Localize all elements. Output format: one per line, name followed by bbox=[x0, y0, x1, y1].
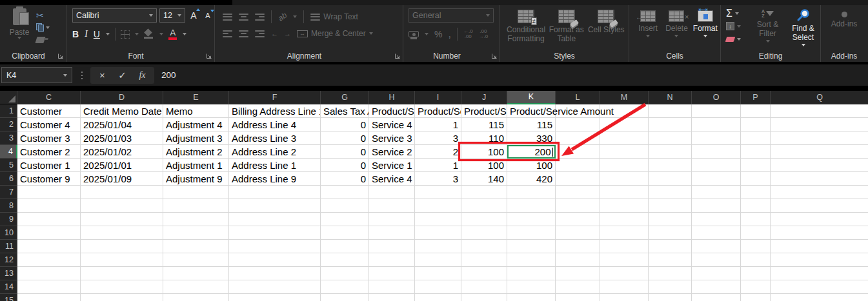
increase-font-size-button[interactable]: A bbox=[188, 10, 199, 21]
cell-F11[interactable] bbox=[229, 240, 321, 253]
cell-N14[interactable] bbox=[649, 280, 692, 294]
cell-O15[interactable] bbox=[692, 294, 741, 301]
cell-I3[interactable]: 3 bbox=[415, 131, 461, 145]
cell-F1[interactable]: Billing Address Line 1 bbox=[229, 104, 321, 118]
cell-F15[interactable] bbox=[229, 294, 321, 301]
cell-N12[interactable] bbox=[649, 253, 692, 267]
cell-D6[interactable]: 2025/01/09 bbox=[81, 172, 163, 186]
cell-O13[interactable] bbox=[692, 267, 741, 280]
cell-O1[interactable] bbox=[692, 104, 741, 118]
cell-J1[interactable]: Product/Se bbox=[461, 104, 507, 118]
cell-D15[interactable] bbox=[81, 294, 163, 301]
cell-M14[interactable] bbox=[600, 280, 649, 294]
cell-K6[interactable]: 420 bbox=[507, 172, 556, 186]
cell-C5[interactable]: Customer 1 bbox=[17, 159, 81, 172]
decrease-decimal-button[interactable]: .00 →.0 bbox=[479, 29, 489, 39]
number-format-select[interactable]: General bbox=[409, 8, 494, 23]
cell-M6[interactable] bbox=[600, 172, 649, 186]
cell-N1[interactable] bbox=[649, 104, 692, 118]
column-header-I[interactable]: I bbox=[415, 91, 461, 104]
cell-G6[interactable]: 0 bbox=[321, 172, 369, 186]
cell-F7[interactable] bbox=[229, 186, 321, 199]
cell-J6[interactable]: 140 bbox=[461, 172, 507, 186]
cell-G1[interactable]: Sales Tax A bbox=[321, 104, 369, 118]
cell-L12[interactable] bbox=[556, 253, 600, 267]
column-header-J[interactable]: J bbox=[461, 91, 507, 104]
cell-E8[interactable] bbox=[163, 199, 229, 213]
name-box[interactable]: K4 bbox=[1, 67, 72, 83]
column-header-D[interactable]: D bbox=[81, 91, 163, 104]
cell-Q12[interactable] bbox=[771, 253, 868, 267]
cell-M12[interactable] bbox=[600, 253, 649, 267]
cell-O2[interactable] bbox=[692, 118, 741, 131]
cell-Q11[interactable] bbox=[771, 240, 868, 253]
cell-M5[interactable] bbox=[600, 159, 649, 172]
cell-Q6[interactable] bbox=[771, 172, 868, 186]
cell-D4[interactable]: 2025/01/02 bbox=[81, 145, 163, 159]
align-middle-button[interactable] bbox=[239, 14, 248, 21]
cell-H7[interactable] bbox=[369, 186, 415, 199]
cell-P9[interactable] bbox=[741, 213, 771, 226]
chevron-down-icon[interactable] bbox=[183, 33, 187, 35]
comma-style-button[interactable]: , bbox=[448, 32, 450, 37]
cell-H4[interactable]: Service 2 bbox=[369, 145, 415, 159]
enter-button[interactable]: ✓ bbox=[112, 67, 132, 84]
cell-K9[interactable] bbox=[507, 213, 556, 226]
cell-J8[interactable] bbox=[461, 199, 507, 213]
cell-N3[interactable] bbox=[649, 131, 692, 145]
cell-G10[interactable] bbox=[321, 226, 369, 240]
cell-N6[interactable] bbox=[649, 172, 692, 186]
cell-D1[interactable]: Credit Memo Date bbox=[81, 104, 163, 118]
font-color-button[interactable]: A bbox=[168, 29, 177, 40]
column-header-G[interactable]: G bbox=[321, 91, 369, 104]
cell-I9[interactable] bbox=[415, 213, 461, 226]
cell-E9[interactable] bbox=[163, 213, 229, 226]
alignment-dialog-launcher-icon[interactable] bbox=[394, 53, 401, 59]
cell-K5[interactable]: 100 bbox=[507, 159, 556, 172]
cell-L8[interactable] bbox=[556, 199, 600, 213]
cell-O8[interactable] bbox=[692, 199, 741, 213]
cell-C10[interactable] bbox=[17, 226, 81, 240]
cell-J11[interactable] bbox=[461, 240, 507, 253]
formula-input[interactable]: 200 bbox=[154, 67, 868, 84]
cell-C1[interactable]: Customer bbox=[17, 104, 81, 118]
column-header-C[interactable]: C bbox=[17, 91, 81, 104]
cell-F4[interactable]: Address Line 2 bbox=[229, 145, 321, 159]
cell-N9[interactable] bbox=[649, 213, 692, 226]
cell-F8[interactable] bbox=[229, 199, 321, 213]
insert-function-button[interactable]: fx bbox=[132, 67, 152, 84]
cell-K14[interactable] bbox=[507, 280, 556, 294]
cell-M3[interactable] bbox=[600, 131, 649, 145]
cell-E4[interactable]: Adjustment 2 bbox=[163, 145, 229, 159]
cell-O3[interactable] bbox=[692, 131, 741, 145]
cell-I4[interactable]: 2 bbox=[415, 145, 461, 159]
cell-F12[interactable] bbox=[229, 253, 321, 267]
cell-D2[interactable]: 2025/01/04 bbox=[81, 118, 163, 131]
cell-L4[interactable] bbox=[556, 145, 600, 159]
cell-P5[interactable] bbox=[741, 159, 771, 172]
cell-G5[interactable]: 0 bbox=[321, 159, 369, 172]
increase-decimal-button[interactable]: ←.0 .00 bbox=[463, 29, 473, 39]
cell-E3[interactable]: Adjustment 3 bbox=[163, 131, 229, 145]
chevron-down-icon[interactable] bbox=[106, 33, 110, 35]
cell-L5[interactable] bbox=[556, 159, 600, 172]
cell-C4[interactable]: Customer 2 bbox=[17, 145, 81, 159]
decrease-indent-button[interactable]: ← bbox=[271, 30, 278, 37]
cell-Q13[interactable] bbox=[771, 267, 868, 280]
cell-N15[interactable] bbox=[649, 294, 692, 301]
row-header-10[interactable]: 10 bbox=[0, 226, 17, 240]
align-left-button[interactable] bbox=[223, 30, 232, 37]
bold-button[interactable]: B bbox=[72, 29, 79, 39]
cell-P14[interactable] bbox=[741, 280, 771, 294]
cell-P12[interactable] bbox=[741, 253, 771, 267]
cell-H3[interactable]: Service 3 bbox=[369, 131, 415, 145]
cell-Q3[interactable] bbox=[771, 131, 868, 145]
cell-I2[interactable]: 1 bbox=[415, 118, 461, 131]
cell-P2[interactable] bbox=[741, 118, 771, 131]
paste-button[interactable]: Paste bbox=[5, 8, 34, 45]
cell-Q8[interactable] bbox=[771, 199, 868, 213]
select-all-corner[interactable] bbox=[0, 91, 17, 104]
italic-button[interactable]: I bbox=[85, 29, 88, 39]
cell-K3[interactable]: 330 bbox=[507, 131, 556, 145]
cell-P4[interactable] bbox=[741, 145, 771, 159]
